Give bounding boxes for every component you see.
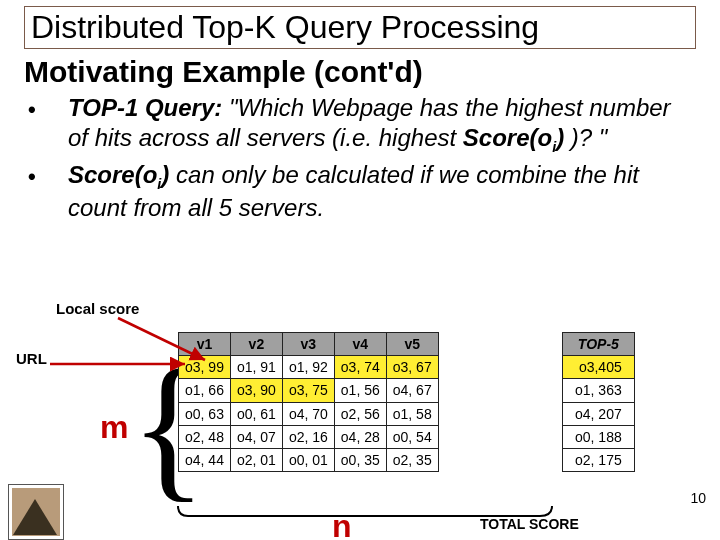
bullet-2-text: Score(oi) can only be calculated if we c… xyxy=(68,160,692,223)
label-url: URL xyxy=(16,350,47,367)
title-box: Distributed Top-K Query Processing xyxy=(24,6,696,49)
bullet-dot-icon: • xyxy=(28,93,68,123)
label-local-score: Local score xyxy=(56,300,139,317)
table-row: o1, 66o3, 90o3, 75o1, 56o4, 67 xyxy=(179,379,439,402)
col-header: v1 xyxy=(179,333,231,356)
bullet-1: • TOP-1 Query: "Which Webpage has the hi… xyxy=(28,93,692,156)
table-row: o4, 44o2, 01o0, 01o0, 35o2, 35 xyxy=(179,448,439,471)
label-n: n xyxy=(332,508,352,540)
top5-table: TOP-5 o3,405 o1, 363 o4, 207 o0, 188 o2,… xyxy=(562,332,635,472)
col-header: TOP-5 xyxy=(563,333,635,356)
org-logo-icon xyxy=(8,484,64,540)
col-header: v4 xyxy=(334,333,386,356)
col-header: v5 xyxy=(386,333,438,356)
bullet-dot-icon: • xyxy=(28,160,68,190)
slide-subtitle: Motivating Example (cont'd) xyxy=(24,55,696,89)
table-row: o2, 48o4, 07o2, 16o4, 28o0, 54 xyxy=(179,425,439,448)
bullet-1-text: TOP-1 Query: "Which Webpage has the high… xyxy=(68,93,692,156)
slide-title: Distributed Top-K Query Processing xyxy=(31,9,689,46)
table-row: o3,405 xyxy=(563,356,635,379)
col-header: v3 xyxy=(282,333,334,356)
label-total-score: TOTAL SCORE xyxy=(480,516,579,532)
table-row: o3, 99o1, 91o1, 92o3, 74o3, 67 xyxy=(179,356,439,379)
bullet-list: • TOP-1 Query: "Which Webpage has the hi… xyxy=(28,93,692,223)
table-row: o4, 207 xyxy=(563,402,635,425)
table-row: o0, 63o0, 61o4, 70o2, 56o1, 58 xyxy=(179,402,439,425)
table-row: o1, 363 xyxy=(563,379,635,402)
col-header: v2 xyxy=(230,333,282,356)
page-number: 10 xyxy=(690,490,706,506)
table-row: o0, 188 xyxy=(563,425,635,448)
label-m: m xyxy=(100,409,128,446)
bullet-2: • Score(oi) can only be calculated if we… xyxy=(28,160,692,223)
table-header-row: TOP-5 xyxy=(563,333,635,356)
table-row: o2, 175 xyxy=(563,448,635,471)
table-header-row: v1 v2 v3 v4 v5 xyxy=(179,333,439,356)
server-scores-table: v1 v2 v3 v4 v5 o3, 99o1, 91o1, 92o3, 74o… xyxy=(178,332,439,472)
